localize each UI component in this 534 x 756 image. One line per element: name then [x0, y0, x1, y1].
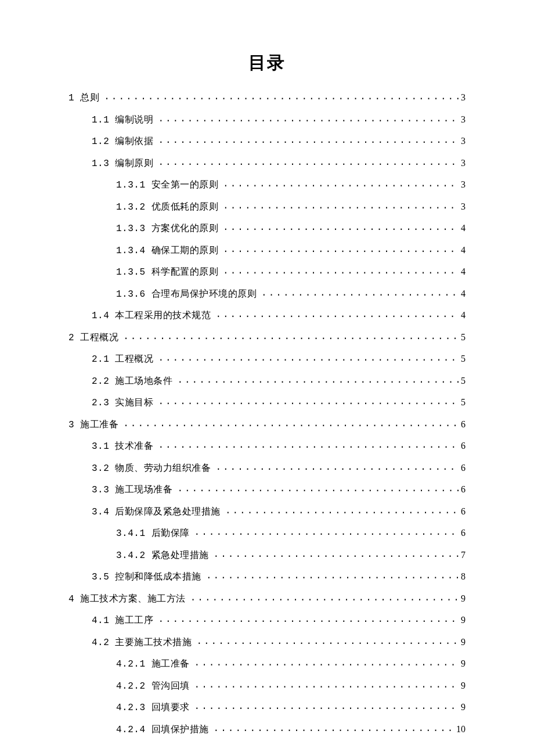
toc-entry-label: 4.2.3 回填要求	[116, 703, 190, 712]
toc-entry-label: 3.2 物质、劳动力组织准备	[92, 464, 211, 473]
toc-entry-page: 6	[461, 528, 466, 538]
toc-entry: 4.2.1 施工准备9	[68, 657, 466, 669]
toc-entry: 1 总则3	[68, 91, 466, 103]
toc-entry-label: 1.3.3 方案优化的原则	[116, 224, 218, 233]
toc-entry-label: 4 施工技术方案、施工方法	[68, 595, 186, 604]
toc-entry: 1.4 本工程采用的技术规范4	[68, 309, 466, 321]
toc-entry-page: 6	[461, 507, 466, 516]
toc-entry: 1.3.4 确保工期的原则4	[68, 244, 466, 255]
toc-leader-dots	[261, 287, 459, 297]
toc-entry-label: 1 总则	[68, 93, 99, 103]
toc-leader-dots	[214, 723, 454, 732]
toc-entry-page: 7	[461, 550, 466, 560]
toc-entry: 1.3.5 科学配置的原则4	[68, 265, 466, 277]
toc-entry-label: 1.1 编制说明	[92, 116, 153, 125]
toc-leader-dots	[215, 309, 459, 318]
toc-leader-dots	[196, 636, 459, 645]
toc-entry-label: 4.2.4 回填保护措施	[116, 725, 209, 735]
toc-entry-label: 2.1 工程概况	[92, 355, 153, 364]
toc-entry: 4.2 主要施工技术措施9	[68, 636, 466, 647]
toc-entry-page: 4	[461, 224, 466, 233]
toc-entry: 4.1 施工工序9	[68, 614, 466, 625]
toc-entry-label: 1.4 本工程采用的技术规范	[92, 311, 211, 321]
toc-leader-dots	[177, 483, 459, 492]
toc-entry: 4.2.2 管沟回填9	[68, 679, 466, 691]
toc-leader-dots	[104, 91, 459, 100]
toc-entry-page: 3	[461, 180, 466, 189]
toc-entry-page: 5	[461, 376, 466, 386]
toc-entry-page: 3	[461, 115, 466, 124]
toc-entry-page: 4	[461, 289, 466, 298]
toc-leader-dots	[194, 657, 459, 667]
toc-entry-label: 3.5 控制和降低成本措施	[92, 573, 201, 582]
toc-entry-label: 1.3.2 优质低耗的原则	[116, 203, 218, 212]
toc-entry-page: 6	[461, 441, 466, 451]
toc-entry: 3.5 控制和降低成本措施8	[68, 570, 466, 582]
toc-entry-page: 3	[461, 159, 466, 168]
toc-entry-label: 2.2 施工场地条件	[92, 377, 172, 386]
toc-entry-page: 9	[461, 638, 466, 647]
toc-entry-label: 1.3.1 安全第一的原则	[116, 181, 218, 190]
toc-entry: 2.2 施工场地条件5	[68, 375, 466, 386]
toc-entry-label: 2.3 实施目标	[92, 398, 153, 408]
toc-leader-dots	[194, 701, 459, 710]
toc-entry-page: 9	[461, 615, 466, 625]
toc-entry-label: 3.4 后勤保障及紧急处理措施	[92, 507, 221, 517]
toc-list: 1 总则31.1 编制说明31.2 编制依据31.3 编制原则31.3.1 安全…	[68, 91, 466, 735]
toc-entry-page: 5	[461, 354, 466, 363]
toc-leader-dots	[158, 440, 459, 449]
toc-entry-page: 9	[461, 594, 466, 603]
toc-leader-dots	[158, 113, 459, 123]
toc-entry-label: 3 施工准备	[68, 420, 118, 430]
toc-entry-label: 4.2.2 管沟回填	[116, 682, 190, 691]
toc-leader-dots	[194, 679, 459, 689]
toc-leader-dots	[158, 135, 459, 144]
toc-leader-dots	[223, 265, 459, 275]
toc-entry: 3.2 物质、劳动力组织准备6	[68, 462, 466, 473]
toc-entry-label: 3.4.2 紧急处理措施	[116, 551, 209, 560]
toc-entry-label: 1.3.6 合理布局保护环境的原则	[116, 290, 257, 299]
toc-entry: 1.3 编制原则3	[68, 157, 466, 168]
toc-entry: 3 施工准备6	[68, 418, 466, 430]
toc-entry: 3.1 技术准备6	[68, 440, 466, 451]
toc-entry-page: 9	[461, 703, 466, 712]
toc-entry-page: 6	[461, 420, 466, 429]
toc-leader-dots	[177, 375, 459, 384]
toc-entry: 2.1 工程概况5	[68, 352, 466, 364]
toc-entry-page: 6	[461, 463, 466, 473]
toc-entry-page: 4	[461, 246, 466, 255]
document-page: 目录 1 总则31.1 编制说明31.2 编制依据31.3 编制原则31.3.1…	[0, 0, 534, 735]
toc-entry: 2.3 实施目标5	[68, 396, 466, 408]
toc-entry-page: 3	[461, 202, 466, 211]
toc-entry-label: 2 工程概况	[68, 333, 118, 343]
toc-entry-page: 3	[461, 93, 466, 102]
toc-leader-dots	[158, 396, 459, 405]
toc-entry: 4.2.3 回填要求9	[68, 701, 466, 712]
toc-entry-page: 5	[461, 398, 466, 407]
toc-leader-dots	[194, 527, 459, 536]
toc-leader-dots	[214, 549, 459, 558]
toc-entry-page: 10	[456, 725, 466, 734]
toc-entry-label: 1.2 编制依据	[92, 137, 153, 146]
toc-title: 目录	[68, 51, 466, 75]
toc-entry-page: 6	[461, 485, 466, 494]
toc-leader-dots	[158, 157, 459, 166]
toc-entry-label: 3.1 技术准备	[92, 442, 153, 451]
toc-entry: 1.3.2 优质低耗的原则3	[68, 200, 466, 212]
toc-leader-dots	[223, 222, 459, 231]
toc-entry: 1.1 编制说明3	[68, 113, 466, 125]
toc-leader-dots	[158, 614, 459, 623]
toc-entry: 1.3.1 安全第一的原则3	[68, 178, 466, 190]
toc-leader-dots	[223, 200, 459, 210]
toc-leader-dots	[190, 592, 459, 602]
toc-entry-page: 9	[461, 659, 466, 668]
toc-entry-page: 5	[461, 333, 466, 342]
toc-leader-dots	[123, 331, 459, 340]
toc-entry: 3.4 后勤保障及紧急处理措施6	[68, 505, 466, 517]
toc-entry-label: 1.3.4 确保工期的原则	[116, 246, 218, 255]
toc-entry-page: 3	[461, 136, 466, 146]
toc-entry: 1.3.6 合理布局保护环境的原则4	[68, 287, 466, 299]
toc-leader-dots	[215, 462, 459, 471]
toc-leader-dots	[206, 570, 459, 579]
toc-entry-label: 4.2 主要施工技术措施	[92, 638, 192, 647]
